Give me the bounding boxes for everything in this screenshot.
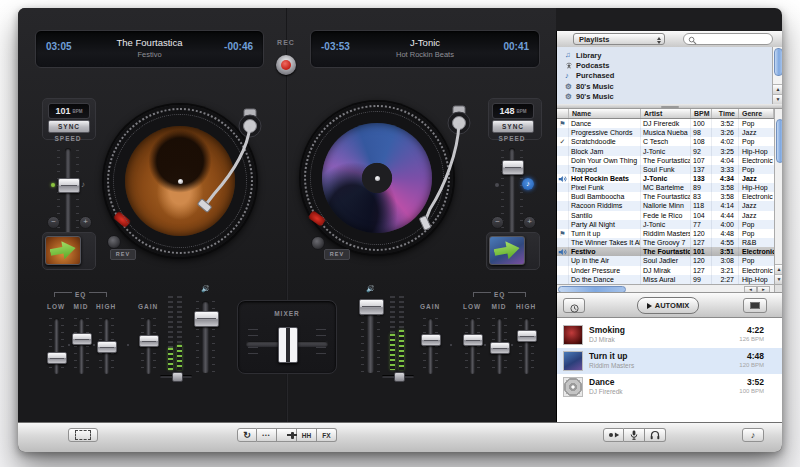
deck-b-album-art-thumb[interactable] xyxy=(489,236,525,265)
column-header-name[interactable]: Name xyxy=(569,109,641,118)
scroll-down-arrow[interactable]: ▼ xyxy=(773,94,782,104)
music-library-button[interactable]: ♪ xyxy=(742,428,764,442)
table-horizontal-scrollbar[interactable]: ◄ ► xyxy=(557,284,774,292)
deck-a-volume-handle[interactable] xyxy=(194,311,219,327)
deck-a-balance-slider[interactable] xyxy=(160,372,192,380)
source-scrollbar-thumb[interactable] xyxy=(774,48,782,76)
table-row[interactable]: ⚑Turn it upRiddim Masters1204:48Pop xyxy=(557,229,774,238)
queue-track-time: 4:48 xyxy=(747,351,764,361)
cuepoints-button[interactable]: HH xyxy=(297,428,317,442)
column-header-marker[interactable] xyxy=(557,109,569,118)
crossfader-handle[interactable] xyxy=(278,327,298,363)
table-row[interactable]: SantiloFede le Rico1044:44Jazz xyxy=(557,211,774,220)
table-row[interactable]: Racoon RiddimsNallorie Minn1184:14Jazz xyxy=(557,201,774,210)
deck-b-tonearm[interactable] xyxy=(398,103,473,233)
deck-b-volume-handle[interactable] xyxy=(359,299,384,315)
table-row[interactable]: Pixel FunkMC Bartelme893:58Hip-Hop xyxy=(557,183,774,192)
cell-time: 4:14 xyxy=(712,201,739,210)
record-play-button[interactable] xyxy=(603,428,624,442)
table-row[interactable]: Block JamJ-Tonic923:25Hip-Hop xyxy=(557,146,774,155)
deck-a-rev-knob[interactable] xyxy=(107,235,121,249)
headphones-button[interactable] xyxy=(645,428,666,442)
history-clock-button[interactable] xyxy=(563,298,585,313)
deck-b-gain-slider[interactable] xyxy=(428,318,433,374)
deck-b-key-lock-icon[interactable]: ♪ xyxy=(522,178,534,190)
fx-button[interactable]: FX xyxy=(317,428,337,442)
table-scroll-up-arrow[interactable]: ▲ xyxy=(775,264,782,274)
flag-icon: ⚑ xyxy=(559,120,565,127)
table-row[interactable]: ⚑DanceDJ Fireredk1003:52Pop xyxy=(557,119,774,128)
deck-a-speed-handle[interactable] xyxy=(58,178,80,193)
deck-a-speed-minus-button[interactable]: − xyxy=(47,216,60,229)
deck-b-balance-slider[interactable] xyxy=(382,372,414,380)
playlists-dropdown[interactable]: Playlists xyxy=(573,33,665,45)
column-header-artist[interactable]: Artist xyxy=(641,109,691,118)
deck-a-eq-low-handle[interactable] xyxy=(47,352,67,364)
table-row[interactable]: Under PressureDJ Mirak1273:21Electronic xyxy=(557,266,774,275)
deck-a-gain-handle[interactable] xyxy=(139,335,159,347)
deck-a-eq-mid-slider[interactable] xyxy=(79,318,84,374)
deck-b-gain-handle[interactable] xyxy=(421,334,441,346)
table-vertical-scrollbar[interactable]: ▲ ▼ xyxy=(774,109,782,284)
deck-a-sync-button[interactable]: SYNC xyxy=(48,120,90,133)
deck-a-eq-mid-handle[interactable] xyxy=(72,333,92,345)
table-row[interactable]: ✓ScratchdoodleC Tesch1084:02Pop xyxy=(557,137,774,146)
table-row[interactable]: Budi BamboochaThe Fourtastica833:58Elect… xyxy=(557,192,774,201)
queue-row[interactable]: DanceDJ Fireredk3:52100 BPM xyxy=(557,374,782,400)
deck-b-rev-knob[interactable] xyxy=(311,236,325,250)
table-row[interactable]: Party All NightJ-Tonic774:00Pop xyxy=(557,220,774,229)
table-row[interactable]: FestivoThe Fourtastica1013:51Electronic xyxy=(557,247,774,256)
deck-b-eq-low-handle[interactable] xyxy=(463,334,483,346)
cell-time: 4:55 xyxy=(712,238,739,247)
sidebar-item-90-s-music[interactable]: ⚙90's Music xyxy=(557,92,772,102)
table-row[interactable]: Doin Your Own ThingThe Fourtastica1074:0… xyxy=(557,156,774,165)
deck-b-eq-high-slider[interactable] xyxy=(524,318,529,374)
deck-b-eq-high-handle[interactable] xyxy=(517,330,537,342)
sampler-button[interactable]: ••• xyxy=(257,428,277,442)
deck-b-eq-mid-handle[interactable] xyxy=(490,342,510,354)
column-header-genre[interactable]: Genre xyxy=(739,109,774,118)
fullscreen-button[interactable] xyxy=(68,428,98,442)
column-header-bpm[interactable]: BPM xyxy=(691,109,712,118)
deck-a-display: 03:05 The Fourtastica Festivo -00:46 xyxy=(35,30,264,68)
deck-a-album-art-thumb[interactable] xyxy=(45,236,81,265)
scroll-up-arrow[interactable]: ▲ xyxy=(773,84,782,94)
loop-button[interactable]: ↻ xyxy=(237,428,257,442)
deck-a-speed-plus-button[interactable]: + xyxy=(79,216,92,229)
sidebar-item-purchased[interactable]: ♪Purchased xyxy=(557,71,772,81)
table-vscroll-thumb[interactable] xyxy=(776,119,783,163)
table-row[interactable]: The Winner Takes It AllThe Groovy 71274:… xyxy=(557,238,774,247)
deck-b-eq-low-slider[interactable] xyxy=(470,318,475,374)
sidebar-item-library[interactable]: ♫Library xyxy=(557,50,772,60)
table-row[interactable]: TrappedSoul Funk1373:33Pop xyxy=(557,165,774,174)
automix-button[interactable]: AUTOMIX xyxy=(637,297,699,314)
deck-b-sync-button[interactable]: SYNC xyxy=(492,120,534,133)
deck-a-tonearm[interactable] xyxy=(190,108,265,218)
deck-b-speed-minus-button[interactable]: − xyxy=(491,216,504,229)
crossfader-view-button[interactable] xyxy=(277,428,297,442)
deck-a-eq-low-slider[interactable] xyxy=(54,318,59,374)
queue-row[interactable]: SmokingDJ Mirak4:22126 BPM xyxy=(557,322,782,348)
record-button[interactable] xyxy=(276,55,296,75)
deck-b-speed-plus-button[interactable]: + xyxy=(523,216,536,229)
microphone-button[interactable] xyxy=(624,428,645,442)
source-list-scrollbar[interactable]: ▲ ▼ xyxy=(772,47,782,104)
queue-row[interactable]: Turn it upRiddim Masters4:48120 BPM xyxy=(557,348,782,374)
table-scroll-down-arrow[interactable]: ▼ xyxy=(775,274,782,284)
deck-a-load-arrow-icon xyxy=(48,238,77,263)
search-input[interactable] xyxy=(683,33,773,45)
table-row[interactable]: Do the DanceMiss Aural992:27Hip-Hop xyxy=(557,275,774,284)
cell-bpm: 120 xyxy=(691,256,712,265)
queue-view-button[interactable] xyxy=(743,298,767,313)
cell-genre: Pop xyxy=(739,165,774,174)
deck-a-eq-high-handle[interactable] xyxy=(97,341,117,353)
table-row[interactable]: Up in the AirSoul Jadler1203:08Pop xyxy=(557,256,774,265)
column-header-time[interactable]: Time xyxy=(712,109,739,118)
fullscreen-icon xyxy=(75,430,91,440)
table-row[interactable]: Hot Rockin BeatsJ-Tonic1334:34Jazz xyxy=(557,174,774,183)
sidebar-item-80-s-music[interactable]: ⚙80's Music xyxy=(557,81,772,91)
table-row[interactable]: Progressive ChordsMusica Nueba983:26Jazz xyxy=(557,128,774,137)
cell-time: 4:44 xyxy=(712,211,739,220)
sidebar-item-podcasts[interactable]: Podcasts xyxy=(557,60,772,70)
deck-b-speed-handle[interactable] xyxy=(502,160,524,175)
